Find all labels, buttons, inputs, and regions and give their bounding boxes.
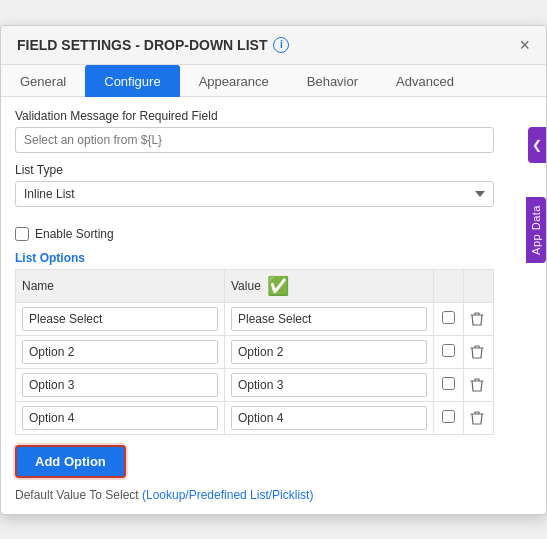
option-value-input[interactable] [231, 406, 427, 430]
option-value-input[interactable] [231, 340, 427, 364]
collapse-arrow[interactable]: ❮ [528, 127, 546, 163]
option-default-checkbox[interactable] [442, 311, 455, 324]
table-row [16, 401, 494, 434]
option-default-checkbox[interactable] [442, 377, 455, 390]
option-name-input[interactable] [22, 307, 218, 331]
option-delete-button[interactable] [470, 344, 484, 360]
modal: FIELD SETTINGS - DROP-DOWN LIST i × Gene… [0, 25, 547, 515]
modal-title: FIELD SETTINGS - DROP-DOWN LIST i [17, 37, 289, 53]
tab-configure[interactable]: Configure [85, 65, 179, 97]
col-name-header: Name [16, 269, 225, 302]
option-default-checkbox[interactable] [442, 410, 455, 423]
option-value-input[interactable] [231, 373, 427, 397]
info-icon[interactable]: i [273, 37, 289, 53]
add-option-button[interactable]: Add Option [15, 445, 126, 478]
table-row [16, 335, 494, 368]
option-default-checkbox[interactable] [442, 344, 455, 357]
modal-title-text: FIELD SETTINGS - DROP-DOWN LIST [17, 37, 267, 53]
options-table: Name Value ✅ [15, 269, 494, 435]
option-value-input[interactable] [231, 307, 427, 331]
chevron-left-icon: ❮ [532, 138, 542, 152]
col-value-header: Value ✅ [225, 269, 434, 302]
list-type-select[interactable]: Inline List Lookup List Predefined List [15, 181, 494, 207]
option-name-input[interactable] [22, 373, 218, 397]
list-type-label: List Type [15, 163, 494, 177]
tab-advanced[interactable]: Advanced [377, 65, 473, 97]
tab-general[interactable]: General [1, 65, 85, 97]
default-value-text: Default Value To Select [15, 488, 139, 502]
col-check-header [434, 269, 464, 302]
validation-input[interactable] [15, 127, 494, 153]
option-name-input[interactable] [22, 340, 218, 364]
option-name-input[interactable] [22, 406, 218, 430]
option-delete-button[interactable] [470, 377, 484, 393]
tab-behavior[interactable]: Behavior [288, 65, 377, 97]
default-value-row: Default Value To Select (Lookup/Predefin… [15, 488, 494, 502]
close-button[interactable]: × [519, 36, 530, 54]
validation-label: Validation Message for Required Field [15, 109, 494, 123]
option-delete-button[interactable] [470, 410, 484, 426]
enable-sorting-label: Enable Sorting [35, 227, 114, 241]
list-options-label: List Options [15, 251, 494, 265]
default-value-link[interactable]: (Lookup/Predefined List/Picklist) [142, 488, 313, 502]
tabs-bar: General Configure Appearance Behavior Ad… [1, 65, 546, 97]
table-row [16, 302, 494, 335]
option-delete-button[interactable] [470, 311, 484, 327]
col-value-text: Value [231, 279, 261, 293]
table-row [16, 368, 494, 401]
green-check-icon: ✅ [267, 275, 289, 297]
enable-sorting-row: Enable Sorting [15, 227, 494, 241]
modal-header: FIELD SETTINGS - DROP-DOWN LIST i × [1, 26, 546, 65]
tab-appearance[interactable]: Appearance [180, 65, 288, 97]
col-delete-header [464, 269, 494, 302]
enable-sorting-checkbox[interactable] [15, 227, 29, 241]
app-data-tab[interactable]: App Data [526, 197, 546, 263]
